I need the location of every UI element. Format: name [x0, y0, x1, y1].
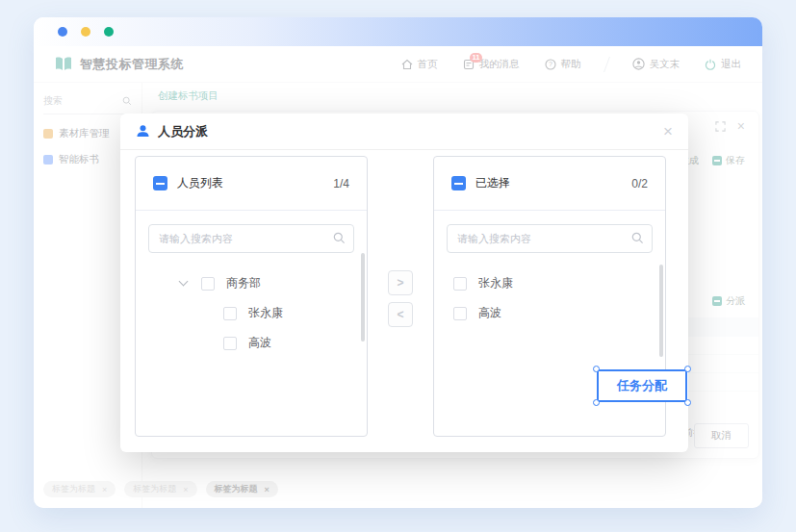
personnel-tree: 商务部 张永康 高波	[136, 268, 367, 358]
selection-count: 0/2	[631, 177, 648, 190]
tree-node-label: 张永康	[248, 305, 283, 321]
resize-handle[interactable]	[593, 399, 600, 406]
dialog-title: 人员分派	[158, 123, 208, 140]
resize-handle[interactable]	[684, 399, 691, 406]
window-control-blue-dot[interactable]	[58, 27, 67, 37]
checkbox[interactable]	[223, 307, 237, 320]
checkbox[interactable]	[453, 307, 467, 320]
scrollbar-thumb[interactable]	[659, 265, 663, 357]
selection-count: 1/4	[333, 177, 349, 190]
person-icon	[136, 124, 150, 139]
tree-node-department[interactable]: 商务部	[136, 268, 367, 298]
resize-handle[interactable]	[684, 366, 691, 372]
select-all-checkbox[interactable]	[451, 176, 466, 190]
selected-search	[447, 224, 653, 253]
checkbox[interactable]	[453, 277, 467, 291]
selected-list: 张永康 高波	[434, 268, 665, 328]
personnel-search	[148, 224, 354, 253]
panel-title: 已选择	[475, 175, 510, 191]
resize-handle[interactable]	[593, 366, 600, 372]
list-item-person[interactable]: 高波	[434, 298, 665, 328]
window-control-yellow-dot[interactable]	[81, 27, 90, 37]
list-item-label: 高波	[478, 305, 501, 321]
tree-node-label: 高波	[248, 335, 271, 351]
transfer-controls: > <	[388, 270, 413, 327]
list-item-person[interactable]: 张永康	[434, 268, 665, 298]
personnel-list-panel: 人员列表 1/4 商务部	[135, 156, 368, 437]
tree-node-person[interactable]: 高波	[136, 328, 367, 358]
browser-window: 智慧投标管理系统 首页	[34, 17, 762, 508]
panel-title: 人员列表	[177, 175, 223, 191]
search-icon[interactable]	[333, 232, 346, 244]
move-right-button[interactable]: >	[388, 270, 413, 295]
task-assignment-label: 任务分配	[617, 377, 667, 394]
search-icon[interactable]	[631, 232, 644, 244]
selected-header: 已选择 0/2	[434, 157, 665, 211]
chevron-down-icon[interactable]	[179, 277, 189, 287]
personnel-list-header: 人员列表 1/4	[136, 157, 367, 211]
tree-node-person[interactable]: 张永康	[136, 298, 367, 328]
select-all-checkbox[interactable]	[153, 176, 167, 190]
window-titlebar	[34, 17, 762, 46]
search-input[interactable]	[148, 224, 354, 253]
search-input[interactable]	[447, 224, 653, 253]
task-assignment-annotation[interactable]: 任务分配	[597, 369, 687, 402]
desktop-background: 智慧投标管理系统 首页	[0, 0, 796, 532]
scrollbar-thumb[interactable]	[361, 253, 365, 342]
checkbox[interactable]	[223, 337, 237, 350]
dialog-header: 人员分派 ×	[120, 114, 688, 150]
checkbox[interactable]	[201, 277, 215, 291]
tree-node-label: 商务部	[226, 275, 261, 291]
move-left-button[interactable]: <	[388, 302, 413, 327]
window-control-green-dot[interactable]	[104, 27, 114, 37]
close-icon[interactable]: ×	[663, 123, 673, 139]
list-item-label: 张永康	[478, 275, 513, 291]
